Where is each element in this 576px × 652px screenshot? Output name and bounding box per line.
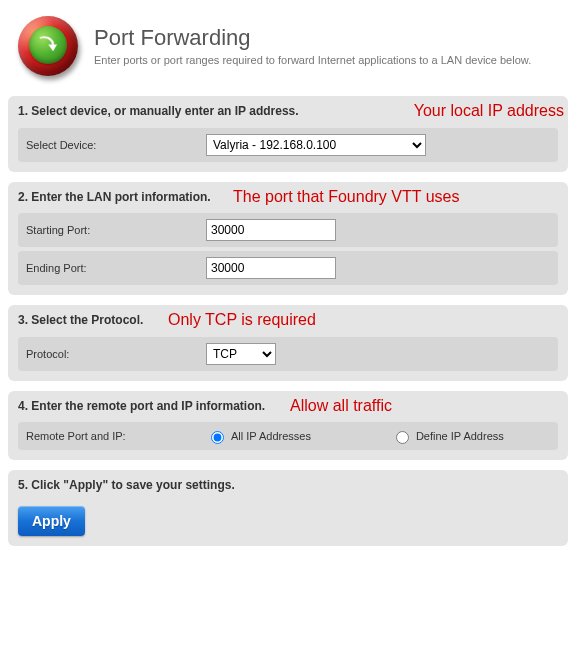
port-forwarding-icon xyxy=(14,12,82,80)
protocol-select[interactable]: TCP xyxy=(206,343,276,365)
label-protocol: Protocol: xyxy=(26,348,206,360)
annotation-allow-all: Allow all traffic xyxy=(290,397,392,415)
page-title: Port Forwarding xyxy=(94,25,531,51)
section-protocol: 3. Select the Protocol. Only TCP is requ… xyxy=(8,305,568,381)
apply-button[interactable]: Apply xyxy=(18,506,85,536)
annotation-local-ip: Your local IP address xyxy=(414,102,564,120)
label-remote-ip: Remote Port and IP: xyxy=(26,430,206,442)
annotation-tcp: Only TCP is required xyxy=(168,311,316,329)
starting-port-input[interactable] xyxy=(206,219,336,241)
radio-define-ip-input[interactable] xyxy=(396,431,409,444)
radio-all-ip-label: All IP Addresses xyxy=(231,430,311,442)
label-select-device: Select Device: xyxy=(26,139,206,151)
radio-all-ip-input[interactable] xyxy=(211,431,224,444)
label-starting-port: Starting Port: xyxy=(26,224,206,236)
row-select-device: Select Device: Valyria - 192.168.0.100 xyxy=(18,128,558,162)
section-apply: 5. Click "Apply" to save your settings. … xyxy=(8,470,568,546)
section-5-heading: 5. Click "Apply" to save your settings. xyxy=(18,478,558,494)
row-protocol: Protocol: TCP xyxy=(18,337,558,371)
page-header: Port Forwarding Enter ports or port rang… xyxy=(0,0,576,90)
section-lan-port: 2. Enter the LAN port information. The p… xyxy=(8,182,568,296)
section-remote: 4. Enter the remote port and IP informat… xyxy=(8,391,568,461)
row-starting-port: Starting Port: xyxy=(18,213,558,247)
section-4-heading: 4. Enter the remote port and IP informat… xyxy=(18,399,558,415)
annotation-foundry-port: The port that Foundry VTT uses xyxy=(233,188,459,206)
ending-port-input[interactable] xyxy=(206,257,336,279)
radio-define-ip[interactable]: Define IP Address xyxy=(391,428,504,444)
radio-define-ip-label: Define IP Address xyxy=(416,430,504,442)
label-ending-port: Ending Port: xyxy=(26,262,206,274)
row-remote-ip: Remote Port and IP: All IP Addresses Def… xyxy=(18,422,558,450)
page-subtitle: Enter ports or port ranges required to f… xyxy=(94,53,531,67)
row-ending-port: Ending Port: xyxy=(18,251,558,285)
device-select[interactable]: Valyria - 192.168.0.100 xyxy=(206,134,426,156)
section-select-device: 1. Select device, or manually enter an I… xyxy=(8,96,568,172)
radio-all-ip[interactable]: All IP Addresses xyxy=(206,428,311,444)
